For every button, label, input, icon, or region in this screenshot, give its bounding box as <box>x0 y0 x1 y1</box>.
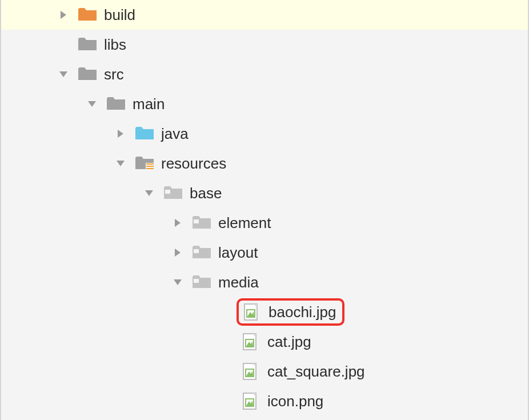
tree-item[interactable]: resources <box>1 149 528 178</box>
tree-item[interactable]: element <box>1 208 528 238</box>
tree-item-label: java <box>161 126 189 141</box>
image-file-icon <box>241 363 261 380</box>
image-file-icon <box>241 333 261 350</box>
tree-item-label: cat_square.jpg <box>267 364 365 379</box>
folder-icon <box>135 125 154 142</box>
chevron-right-icon[interactable] <box>171 246 184 259</box>
chevron-down-icon[interactable] <box>171 276 184 289</box>
tree-item-label: resources <box>161 156 226 171</box>
folder-icon <box>192 214 211 231</box>
image-file-icon <box>241 393 261 410</box>
tree-item[interactable]: base <box>1 178 528 208</box>
folder-icon <box>78 6 97 23</box>
tree-item[interactable]: cat_square.jpg <box>1 357 528 386</box>
tree-item[interactable]: build <box>1 0 528 30</box>
tree-item[interactable]: media <box>1 267 528 297</box>
folder-icon <box>163 185 183 202</box>
folder-icon <box>78 66 97 83</box>
file-tree-panel: buildlibssrcmainjavaresourcesbaseelement… <box>0 0 529 420</box>
tree-item[interactable]: layout <box>1 238 528 267</box>
tree-item-label: src <box>104 67 124 82</box>
chevron-down-icon[interactable] <box>143 187 155 199</box>
tree-item-label: main <box>133 97 165 111</box>
tree-item[interactable]: icon.png <box>1 386 528 416</box>
chevron-right-icon[interactable] <box>57 9 70 21</box>
chevron-down-icon[interactable] <box>86 98 98 110</box>
folder-icon <box>192 244 211 261</box>
tree-item-label: icon.png <box>267 394 323 409</box>
chevron-down-icon[interactable] <box>57 68 70 81</box>
tree-item[interactable]: cat.jpg <box>1 327 528 357</box>
tree-item[interactable]: main <box>1 89 528 119</box>
file-tree[interactable]: buildlibssrcmainjavaresourcesbaseelement… <box>1 0 528 416</box>
tree-item-label: libs <box>104 37 126 52</box>
folder-icon <box>192 274 211 291</box>
chevron-down-icon[interactable] <box>114 157 127 170</box>
image-file-icon <box>242 303 262 321</box>
chevron-right-icon[interactable] <box>114 127 127 140</box>
tree-item[interactable]: baochi.jpg <box>1 297 528 327</box>
tree-item[interactable]: java <box>1 119 528 149</box>
chevron-right-icon[interactable] <box>171 217 184 229</box>
tree-item-label: media <box>218 275 259 290</box>
tree-item[interactable]: src <box>1 59 528 89</box>
folder-icon <box>106 95 126 113</box>
tree-item-label: cat.jpg <box>267 334 311 349</box>
tree-item-label: element <box>218 215 271 230</box>
folder-icon <box>78 36 97 53</box>
resources-folder-icon <box>135 155 154 172</box>
tree-item-label: build <box>104 7 135 22</box>
tree-item-label: layout <box>218 245 258 260</box>
highlight-box: baochi.jpg <box>237 298 344 326</box>
tree-item[interactable]: libs <box>1 30 528 59</box>
tree-item-label: baochi.jpg <box>268 305 336 319</box>
tree-item-label: base <box>190 186 222 201</box>
